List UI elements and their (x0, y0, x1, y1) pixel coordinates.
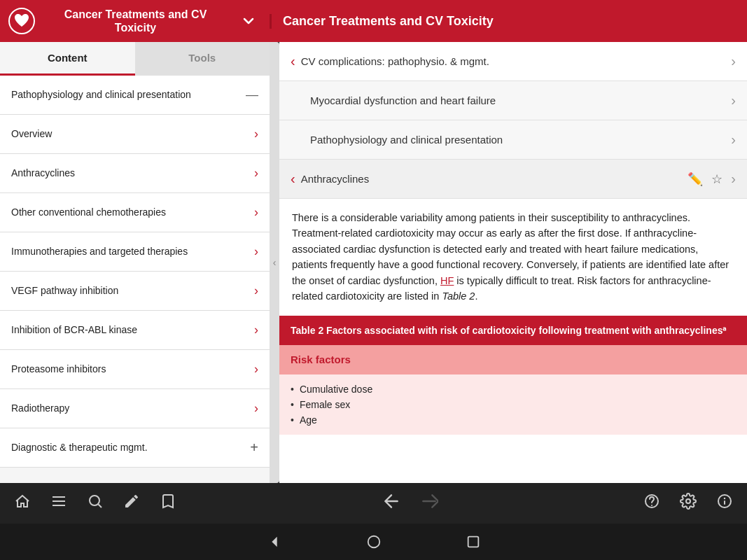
chevron-right-icon: › (254, 401, 258, 416)
star-icon[interactable]: ☆ (711, 172, 722, 187)
chevron-right-icon: › (731, 171, 736, 187)
sidebar-items-list: Pathophysiology and clinical presentatio… (0, 76, 270, 483)
android-nav-bar (0, 524, 747, 560)
header-right: Cancer Treatments and CV Toxicity (270, 14, 747, 29)
app-logo (8, 8, 35, 34)
header-left: Cancer Treatments and CVToxicity (0, 8, 270, 34)
edit-pencil-icon[interactable] (123, 493, 140, 514)
nav-row-label: CV complications: pathophysio. & mgmt. (301, 55, 732, 67)
table-header: Table 2 Factors associated with risk of … (279, 316, 747, 345)
table-header-text: Table 2 Factors associated with risk of … (291, 325, 726, 336)
article-body: There is a considerable variability amon… (279, 199, 747, 316)
sidebar-item-bcr-abl[interactable]: Inhibition of BCR-ABL kinase › (0, 311, 270, 350)
android-back-button[interactable] (267, 534, 282, 550)
chevron-right-icon: › (731, 132, 736, 148)
table-subheader-text: Risk factors (291, 354, 351, 365)
nav-row-cv-complications[interactable]: ‹ CV complications: pathophysio. & mgmt.… (279, 42, 747, 81)
nav-row-label: Myocardial dysfunction and heart failure (291, 94, 731, 106)
toolbar-center (382, 492, 438, 514)
home-icon[interactable] (14, 493, 31, 514)
sidebar-item-label: Immunotherapies and targeted therapies (11, 245, 249, 258)
sidebar-tabs: Content Tools (0, 42, 270, 76)
content-scroll[interactable]: ‹ CV complications: pathophysio. & mgmt.… (279, 42, 747, 483)
table-subheader: Risk factors (279, 345, 747, 374)
help-icon[interactable] (643, 493, 660, 514)
sidebar-item-label: VEGF pathway inhibition (11, 284, 249, 297)
table-content: • Cumulative dose • Female sex • Age (279, 374, 747, 435)
bullet-icon: • (291, 414, 294, 426)
sidebar-item-other-chemo[interactable]: Other conventional chemotherapies › (0, 193, 270, 232)
sidebar-item-diagnostic[interactable]: Diagnostic & therapeutic mgmt. + (0, 428, 270, 468)
chevron-right-icon: › (254, 244, 258, 259)
content-area: ‹ CV complications: pathophysio. & mgmt.… (279, 42, 747, 483)
chevron-right-icon: › (731, 92, 736, 108)
sidebar-item-label: Inhibition of BCR-ABL kinase (11, 323, 249, 336)
toolbar-right (643, 493, 733, 514)
main-area: Content Tools Pathophysiology and clinic… (0, 42, 747, 483)
chevron-right-icon: › (254, 166, 258, 181)
back-arrow-icon[interactable] (382, 492, 400, 514)
tab-tools[interactable]: Tools (135, 42, 270, 76)
list-item: • Age (291, 412, 736, 428)
chevron-left-icon: ‹ (291, 171, 295, 187)
nav-row-label: Pathophysiology and clinical presentatio… (291, 134, 731, 146)
tab-content[interactable]: Content (0, 42, 135, 76)
hf-link[interactable]: HF (440, 275, 454, 286)
settings-icon[interactable] (680, 493, 697, 514)
risk-factors-table: Table 2 Factors associated with risk of … (279, 316, 747, 435)
sidebar-item-proteasome[interactable]: Proteasome inhibitors › (0, 350, 270, 389)
sidebar-item-label: Diagnostic & therapeutic mgmt. (11, 441, 244, 454)
list-icon[interactable] (50, 493, 67, 514)
sidebar-item-label: Radiotherapy (11, 402, 249, 414)
svg-rect-13 (468, 537, 478, 547)
forward-arrow-icon[interactable] (420, 492, 438, 514)
edit-icon[interactable]: ✏️ (687, 172, 703, 187)
chevron-right-icon: › (254, 284, 258, 298)
svg-point-3 (90, 496, 99, 505)
android-recents-button[interactable] (466, 534, 481, 550)
bottom-toolbar (0, 483, 747, 524)
sidebar-item-vegf[interactable]: VEGF pathway inhibition › (0, 272, 270, 311)
chevron-left-icon: ‹ (291, 53, 295, 69)
sidebar-item-overview[interactable]: Overview › (0, 115, 270, 154)
dash-icon: — (246, 88, 258, 102)
app-header: Cancer Treatments and CVToxicity Cancer … (0, 0, 747, 42)
sidebar-item-immunotherapies[interactable]: Immunotherapies and targeted therapies › (0, 232, 270, 272)
search-icon[interactable] (87, 493, 104, 514)
sidebar-item-label: Overview (11, 127, 249, 140)
nav-row-label: Anthracyclines (301, 173, 688, 185)
sidebar-item-pathophysiology[interactable]: Pathophysiology and clinical presentatio… (0, 76, 270, 115)
info-icon[interactable] (716, 493, 733, 514)
bullet-icon: • (291, 399, 294, 410)
svg-line-4 (99, 505, 102, 508)
android-home-button[interactable] (366, 534, 382, 550)
chevron-right-icon: › (254, 362, 258, 377)
app-title: Cancer Treatments and CVToxicity (43, 8, 228, 34)
chevron-right-icon: › (254, 323, 258, 337)
nav-row-myocardial[interactable]: Myocardial dysfunction and heart failure… (279, 81, 747, 120)
sidebar-item-label: Proteasome inhibitors (11, 363, 249, 375)
sidebar-item-label: Other conventional chemotherapies (11, 206, 249, 218)
sidebar-item-label: Pathophysiology and clinical presentatio… (11, 88, 240, 101)
chevron-right-icon: › (731, 53, 736, 69)
plus-icon: + (250, 440, 258, 456)
nav-row-pathophysiology-clinical[interactable]: Pathophysiology and clinical presentatio… (279, 120, 747, 160)
header-right-title: Cancer Treatments and CV Toxicity (283, 14, 494, 29)
chevron-right-icon: › (254, 127, 258, 141)
svg-marker-11 (272, 537, 277, 547)
chevron-right-icon: › (254, 205, 258, 220)
svg-point-7 (686, 499, 690, 503)
sidebar-collapse-handle[interactable]: ‹ (270, 42, 279, 483)
nav-row-anthracyclines[interactable]: ‹ Anthracyclines ✏️ ☆ › (279, 160, 747, 199)
sidebar-item-anthracyclines[interactable]: Anthracyclines › (0, 154, 270, 193)
nav-row-action-icons: ✏️ ☆ › (687, 171, 736, 187)
toolbar-left (14, 493, 176, 514)
sidebar: Content Tools Pathophysiology and clinic… (0, 42, 270, 483)
dropdown-chevron-icon[interactable] (236, 8, 261, 34)
list-item: • Cumulative dose (291, 382, 736, 397)
bookmark-icon[interactable] (160, 493, 176, 514)
sidebar-item-radiotherapy[interactable]: Radiotherapy › (0, 389, 270, 428)
svg-point-6 (651, 505, 652, 506)
bullet-icon: • (291, 384, 294, 395)
list-item: • Female sex (291, 397, 736, 412)
